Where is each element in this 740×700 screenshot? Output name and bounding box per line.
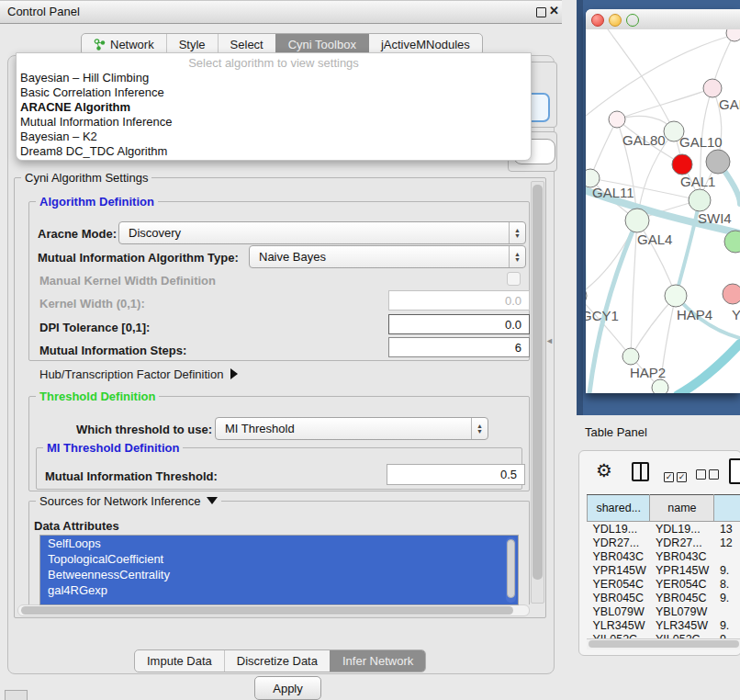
table-panel-title: Table Panel bbox=[585, 425, 647, 439]
divider-collapse-icon[interactable]: ◄ bbox=[545, 336, 554, 345]
mac-minimize-icon[interactable] bbox=[609, 14, 622, 27]
network-node-gal1[interactable] bbox=[689, 189, 711, 211]
column-header[interactable] bbox=[714, 495, 740, 522]
network-panel-edge bbox=[577, 0, 583, 415]
table-cell: YLR345W bbox=[650, 618, 714, 632]
network-view-window[interactable]: GALGAL80GAL10GAL11GAL1SWI4GAL4GCY1HAP4YH… bbox=[586, 9, 740, 393]
table-cell: YBR043C bbox=[650, 549, 714, 563]
table-cell: 8. bbox=[714, 577, 740, 591]
mi-algorithm-type-label: Mutual Information Algorithm Type: bbox=[38, 251, 239, 265]
close-icon[interactable]: ✕ bbox=[549, 4, 559, 17]
network-node[interactable] bbox=[672, 154, 692, 175]
network-node[interactable] bbox=[726, 29, 740, 41]
aracne-mode-select[interactable]: Discovery ▲▼ bbox=[118, 221, 526, 244]
network-node-gal[interactable] bbox=[703, 79, 722, 97]
list-scrollbar[interactable] bbox=[506, 537, 516, 603]
manual-kernel-width-checkbox[interactable] bbox=[507, 272, 521, 286]
attribute-item-clipped[interactable] bbox=[40, 598, 518, 604]
algorithm-option[interactable]: Basic Correlation Inference bbox=[20, 85, 527, 100]
manual-kernel-width-label: Manual Kernel Width Definition bbox=[39, 274, 216, 288]
network-node-y[interactable] bbox=[723, 284, 740, 304]
table-row[interactable]: YDL19...YDL19...13 bbox=[588, 522, 740, 536]
table-cell bbox=[714, 604, 740, 618]
tab-discretize-data[interactable]: Discretize Data bbox=[224, 650, 330, 672]
node-label: GAL4 bbox=[637, 231, 672, 247]
select-all-icon[interactable]: ✓✓ bbox=[664, 467, 690, 483]
table-cell: YBL079W bbox=[650, 604, 714, 618]
table-row[interactable]: YPR145WYPR145W9. bbox=[588, 563, 740, 577]
network-edge-highlighted bbox=[678, 344, 740, 393]
gear-icon[interactable]: ⚙ bbox=[596, 459, 612, 481]
scrollbar-thumb[interactable] bbox=[507, 539, 515, 598]
tab-label: Select bbox=[230, 38, 263, 51]
float-window-icon[interactable] bbox=[536, 7, 546, 17]
tab-impute-data[interactable]: Impute Data bbox=[135, 650, 224, 672]
network-node[interactable] bbox=[706, 150, 730, 174]
attribute-item[interactable]: TopologicalCoefficient bbox=[40, 551, 518, 567]
mi-threshold-definition-title: MI Threshold Definition bbox=[43, 441, 183, 455]
algorithm-option[interactable]: Mutual Information Inference bbox=[20, 115, 527, 130]
network-canvas[interactable]: GALGAL80GAL10GAL11GAL1SWI4GAL4GCY1HAP4YH… bbox=[586, 29, 740, 393]
dpi-tolerance-field[interactable]: 0.0 bbox=[388, 314, 530, 334]
table-row[interactable]: YDR27...YDR27...12 bbox=[588, 536, 740, 549]
kernel-width-label: Kernel Width (0,1): bbox=[39, 297, 145, 310]
algorithm-option[interactable]: Bayesian – K2 bbox=[20, 130, 527, 144]
mac-close-icon[interactable] bbox=[591, 14, 604, 27]
column-layout-icon[interactable] bbox=[632, 462, 649, 481]
algorithm-option[interactable]: ARACNE Algorithm bbox=[20, 100, 527, 115]
export-table-icon[interactable] bbox=[729, 458, 740, 484]
network-node-hap2[interactable] bbox=[622, 348, 639, 365]
attribute-item[interactable]: gal4RGexp bbox=[40, 582, 518, 598]
attribute-item[interactable]: BetweennessCentrality bbox=[40, 567, 518, 582]
algorithm-option[interactable]: Bayesian – Hill Climbing bbox=[20, 71, 527, 85]
mi-threshold-field[interactable]: 0.5 bbox=[387, 464, 525, 485]
network-node-gal80[interactable] bbox=[609, 111, 625, 128]
network-edge bbox=[590, 119, 617, 178]
table-horizontal-scrollbar[interactable] bbox=[587, 638, 740, 649]
node-label: Y bbox=[732, 307, 740, 322]
table-row[interactable]: YBR045CYBR045C9. bbox=[588, 591, 740, 604]
data-attributes-list[interactable]: SelfLoopsTopologicalCoefficientBetweenne… bbox=[39, 535, 519, 605]
attribute-item[interactable]: SelfLoops bbox=[40, 536, 518, 551]
table-row[interactable]: YER054CYER054C8. bbox=[588, 577, 740, 591]
table-cell: 12 bbox=[714, 536, 740, 549]
mi-steps-field[interactable]: 6 bbox=[388, 337, 530, 357]
scrollbar-thumb[interactable] bbox=[533, 185, 543, 580]
table-row[interactable]: YLR345WYLR345W9. bbox=[588, 618, 740, 632]
network-node-gal4[interactable] bbox=[625, 209, 649, 232]
node-label: GAL10 bbox=[679, 134, 723, 150]
node-table: shared...name YDL19...YDL19...13YDR27...… bbox=[587, 494, 740, 646]
settings-vertical-scrollbar[interactable] bbox=[531, 181, 544, 604]
mi-algorithm-type-select[interactable]: Naive Bayes ▲▼ bbox=[249, 245, 526, 268]
deselect-all-icon[interactable] bbox=[696, 467, 722, 483]
network-edge bbox=[631, 220, 637, 356]
table-cell: 9. bbox=[714, 591, 740, 604]
tab-infer-network[interactable]: Infer Network bbox=[330, 650, 425, 672]
table-cell: 9. bbox=[714, 618, 740, 632]
table-row[interactable]: YBR043CYBR043C bbox=[588, 549, 740, 563]
network-node[interactable] bbox=[652, 379, 668, 393]
sources-title[interactable]: Sources for Network Inference bbox=[36, 494, 221, 508]
algorithm-option[interactable]: Dream8 DC_TDC Algorithm bbox=[20, 144, 527, 159]
scrollbar-thumb[interactable] bbox=[589, 640, 739, 648]
apply-button[interactable]: Apply bbox=[254, 676, 321, 700]
network-node-hap4[interactable] bbox=[665, 285, 687, 307]
tab-label: Cyni Toolbox bbox=[288, 38, 356, 51]
column-header[interactable]: shared... bbox=[588, 495, 650, 522]
mi-algorithm-type-value: Naive Bayes bbox=[250, 250, 509, 264]
hub-definition-toggle[interactable]: Hub/Transcription Factor Definition bbox=[39, 367, 238, 381]
algorithm-dropdown-placeholder: Select algorithm to view settings bbox=[17, 56, 531, 70]
table-cell: YBR045C bbox=[588, 591, 650, 604]
collapsed-panel-icon[interactable] bbox=[5, 690, 28, 700]
control-panel-titlebar: Control Panel ✕ bbox=[0, 0, 562, 24]
settings-horizontal-scrollbar[interactable] bbox=[17, 604, 530, 616]
table-row[interactable]: YBL079WYBL079W bbox=[588, 604, 740, 618]
column-header[interactable]: name bbox=[650, 495, 714, 522]
tab-label: jActiveMNodules bbox=[381, 38, 470, 51]
table-cell: YER054C bbox=[650, 577, 714, 591]
which-threshold-select[interactable]: MI Threshold ▲▼ bbox=[215, 417, 488, 440]
scrollbar-thumb[interactable] bbox=[21, 606, 513, 615]
mac-zoom-icon[interactable] bbox=[626, 14, 639, 27]
network-edge bbox=[586, 37, 727, 116]
kernel-width-field[interactable]: 0.0 bbox=[388, 290, 530, 310]
